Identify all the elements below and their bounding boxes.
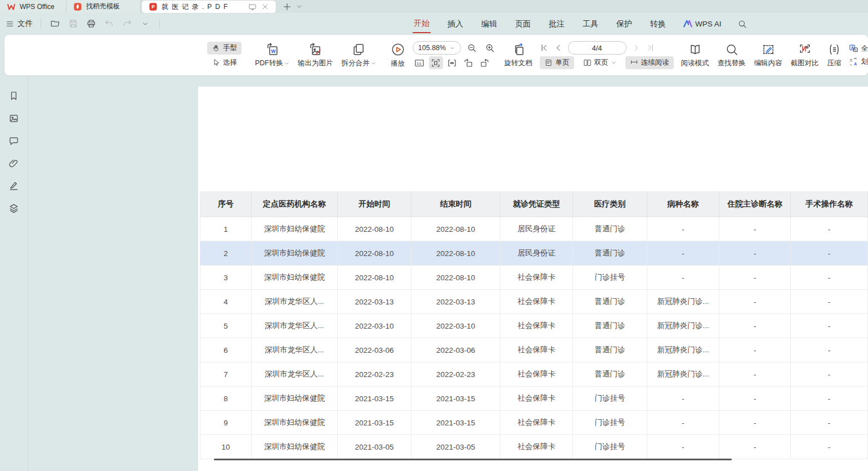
table-cell: - — [791, 217, 868, 241]
table-cell: 2022-03-13 — [338, 290, 411, 314]
table-cell: - — [791, 241, 868, 266]
hand-tool-button[interactable]: 手型 — [207, 42, 241, 55]
menu-tab[interactable]: 保护 — [615, 15, 633, 33]
menu-tab[interactable]: 编辑 — [480, 15, 498, 33]
table-cell: 2021-03-15 — [411, 387, 500, 411]
comments-panel-button[interactable] — [8, 135, 20, 146]
table-cell: 深圳市妇幼保健院 — [252, 266, 338, 290]
search-icon[interactable] — [737, 19, 747, 29]
hand-icon — [212, 44, 220, 52]
table-row: 1深圳市妇幼保健院2022-08-102022-08-10居民身份证普通门诊--… — [200, 217, 868, 241]
menu-tab[interactable]: 页面 — [514, 15, 532, 33]
table-cell: 普通门诊 — [573, 217, 647, 241]
wps-ai-button[interactable]: WPS AI — [683, 19, 722, 29]
table-cell: 门诊挂号 — [573, 435, 647, 459]
find-replace-button[interactable]: 查找替换 — [717, 43, 747, 68]
bookmarks-panel-button[interactable] — [8, 90, 20, 101]
new-tab-icon[interactable] — [283, 2, 292, 11]
next-page-icon[interactable] — [632, 43, 641, 52]
table-cell: 2021-03-15 — [411, 411, 500, 435]
table-cell: 深圳市妇幼保健院 — [252, 435, 338, 459]
double-page-label: 双页 — [594, 58, 609, 68]
word-translate-icon: 文 A — [849, 57, 858, 66]
rotate-left-button[interactable] — [462, 56, 476, 69]
table-cell: 6 — [200, 338, 252, 362]
table-cell: - — [791, 362, 868, 387]
table-cell: - — [791, 314, 868, 338]
tab-label: 找稻壳模板 — [86, 2, 120, 11]
screenshot-compare-button[interactable]: 截图对比 — [790, 43, 820, 68]
docer-icon — [73, 2, 82, 11]
split-merge-button[interactable]: 拆分合并 — [341, 43, 377, 68]
table-cell: 新冠肺炎门诊... — [647, 290, 719, 314]
layers-panel-button[interactable] — [8, 203, 20, 214]
word-translate-button[interactable]: 文 A 划词翻译 — [849, 57, 868, 66]
last-page-icon[interactable] — [646, 43, 655, 52]
open-file-button[interactable] — [49, 17, 61, 30]
table-cell: 普通门诊 — [573, 314, 647, 338]
page-number-input[interactable]: 4/4 — [568, 41, 627, 55]
ribbon-tabs: 开始 插入 编辑 页面 批注 工具 保护 转换 WPS AI — [413, 13, 747, 34]
fit-page-icon — [431, 58, 441, 68]
tab-docer-templates[interactable]: 找稻壳模板 — [66, 0, 141, 13]
export-image-button[interactable]: 输出为图片 — [297, 43, 334, 68]
compress-button[interactable]: 压缩 — [826, 43, 843, 68]
redo-button[interactable] — [121, 17, 133, 30]
undo-icon — [104, 19, 114, 29]
table-cell: - — [719, 241, 791, 266]
read-mode-button[interactable]: 阅读模式 — [680, 43, 710, 68]
signature-panel-button[interactable] — [8, 180, 20, 191]
fit-page-button[interactable] — [429, 56, 443, 69]
fit-width-button[interactable] — [445, 56, 459, 69]
menu-tab[interactable]: 批注 — [548, 15, 566, 33]
edit-content-button[interactable]: 编辑内容 — [753, 43, 784, 68]
rotate-right-button[interactable] — [478, 56, 492, 69]
table-cell: 2 — [200, 241, 252, 266]
zoom-in-button[interactable] — [483, 42, 497, 55]
play-button[interactable]: 播放 — [390, 42, 406, 69]
double-page-button[interactable]: 双页 — [579, 56, 621, 69]
comment-icon — [8, 136, 19, 146]
close-tab-icon[interactable] — [261, 3, 269, 11]
table-row: 6深圳市龙华区人...2022-03-062022-03-06社会保障卡普通门诊… — [200, 338, 868, 362]
monitor-icon[interactable] — [248, 3, 257, 11]
menu-tab[interactable]: 开始 — [413, 14, 431, 33]
menu-tab[interactable]: 工具 — [581, 15, 599, 33]
table-cell: 深圳市龙华区人... — [252, 338, 338, 362]
window-tab-bar: WPS Office 找稻壳模板 P 就医记录.PDF — [0, 0, 868, 13]
table-cell: 深圳市妇幼保健院 — [252, 217, 338, 241]
undo-button[interactable] — [103, 17, 115, 30]
wps-logo-icon — [7, 2, 16, 11]
menu-tab[interactable]: 插入 — [446, 15, 464, 33]
first-page-icon[interactable] — [540, 43, 549, 52]
attachments-panel-button[interactable] — [8, 158, 20, 169]
zoom-out-button[interactable] — [465, 42, 479, 55]
table-header-cell: 结束时间 — [411, 191, 500, 217]
thumbnails-panel-button[interactable] — [8, 113, 20, 124]
export-image-label: 输出为图片 — [298, 59, 333, 68]
word-translate-label: 划词翻译 — [861, 57, 868, 66]
menu-tab[interactable]: 转换 — [649, 15, 667, 33]
zoom-level-select[interactable]: 105.88% — [413, 41, 461, 55]
table-cell: 2022-03-10 — [338, 314, 411, 338]
continuous-read-button[interactable]: 连续阅读 — [625, 56, 674, 69]
table-cell: 门诊挂号 — [573, 387, 647, 411]
tab-list-chevron-icon[interactable] — [296, 3, 302, 10]
print-button[interactable] — [85, 17, 97, 30]
actual-size-button[interactable]: 1:1 — [413, 56, 427, 69]
tab-document[interactable]: P 就医记录.PDF — [142, 1, 276, 13]
previous-page-icon[interactable] — [554, 43, 563, 52]
tab-wps-office[interactable]: WPS Office — [0, 0, 66, 13]
single-page-button[interactable]: 单页 — [540, 56, 574, 69]
chevron-down-icon — [611, 60, 616, 65]
quick-access-dropdown[interactable] — [139, 17, 151, 30]
pdf-convert-button[interactable]: W PDF转换 — [254, 43, 290, 68]
save-button[interactable] — [67, 17, 79, 30]
rotate-document-button[interactable]: 旋转文档 — [503, 43, 534, 68]
signature-pen-icon — [8, 181, 19, 191]
full-translate-button[interactable]: A 文 全文翻译 — [849, 44, 868, 53]
single-page-label: 单页 — [556, 58, 570, 68]
select-tool-button[interactable]: 选择 — [207, 56, 241, 69]
edit-content-icon — [762, 43, 775, 56]
file-menu-button[interactable]: 文件 — [6, 19, 33, 29]
